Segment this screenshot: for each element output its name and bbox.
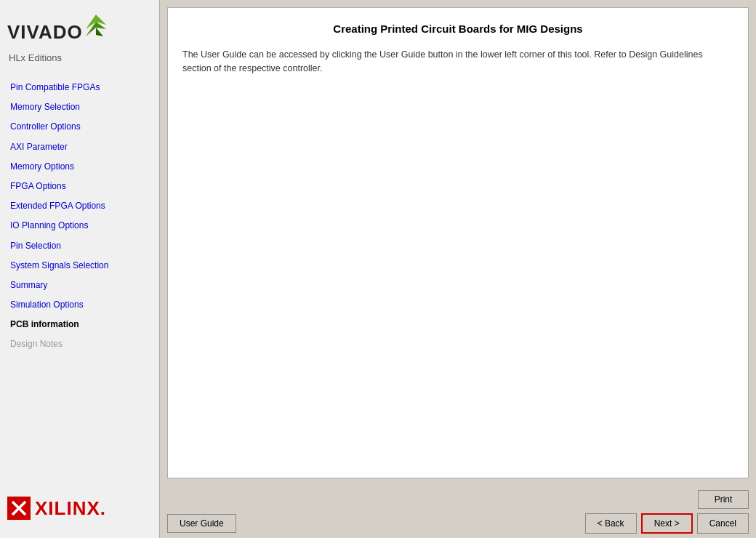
sidebar-item-pcb-information: PCB information	[6, 315, 153, 334]
print-button[interactable]: Print	[698, 490, 749, 509]
xilinx-logo-area: XILINX.	[0, 486, 159, 531]
xilinx-x-icon	[7, 497, 31, 520]
svg-marker-2	[96, 28, 103, 36]
xilinx-label: XILINX.	[35, 497, 106, 520]
sidebar-navigation: Pin Compatible FPGAs Memory Selection Co…	[0, 78, 159, 486]
content-area: Creating Printed Circuit Boards for MIG …	[160, 0, 756, 486]
vivado-logo-area: VIVADO HLx Editions	[0, 7, 159, 78]
bottom-bar: Print User Guide < Back Next > Cancel	[160, 486, 756, 538]
sidebar-item-summary[interactable]: Summary	[6, 276, 153, 295]
next-button[interactable]: Next >	[641, 513, 693, 534]
vivado-logo-text: VIVADO	[7, 21, 83, 44]
sidebar-item-extended-fpga-options[interactable]: Extended FPGA Options	[6, 196, 153, 216]
cancel-button[interactable]: Cancel	[697, 513, 749, 534]
sidebar-item-pin-compatible-fpgas[interactable]: Pin Compatible FPGAs	[6, 78, 153, 97]
sidebar-item-io-planning-options[interactable]: IO Planning Options	[6, 216, 153, 236]
navigation-buttons: < Back Next > Cancel	[585, 513, 749, 534]
page-title: Creating Printed Circuit Boards for MIG …	[182, 23, 733, 35]
user-guide-button[interactable]: User Guide	[167, 514, 236, 533]
sidebar-item-axi-parameter[interactable]: AXI Parameter	[6, 137, 153, 157]
sidebar-item-system-signals-selection[interactable]: System Signals Selection	[6, 256, 153, 276]
content-panel: Creating Printed Circuit Boards for MIG …	[167, 7, 749, 478]
sidebar-item-design-notes: Design Notes	[6, 334, 153, 354]
leaf-icon	[86, 15, 106, 42]
sidebar-item-simulation-options[interactable]: Simulation Options	[6, 295, 153, 315]
hlx-editions-label: HLx Editions	[9, 52, 62, 63]
content-description: The User Guide can be accessed by clicki…	[182, 48, 733, 76]
print-row: Print	[167, 490, 749, 509]
sidebar-item-memory-options[interactable]: Memory Options	[6, 157, 153, 177]
xilinx-logo: XILINX.	[7, 497, 106, 520]
sidebar-item-memory-selection[interactable]: Memory Selection	[6, 97, 153, 117]
sidebar: VIVADO HLx Editions Pin Compatible FPGAs…	[0, 0, 160, 538]
sidebar-item-fpga-options[interactable]: FPGA Options	[6, 177, 153, 196]
button-row: User Guide < Back Next > Cancel	[167, 513, 749, 534]
sidebar-item-pin-selection[interactable]: Pin Selection	[6, 236, 153, 256]
back-button[interactable]: < Back	[585, 513, 637, 534]
sidebar-item-controller-options[interactable]: Controller Options	[6, 117, 153, 137]
